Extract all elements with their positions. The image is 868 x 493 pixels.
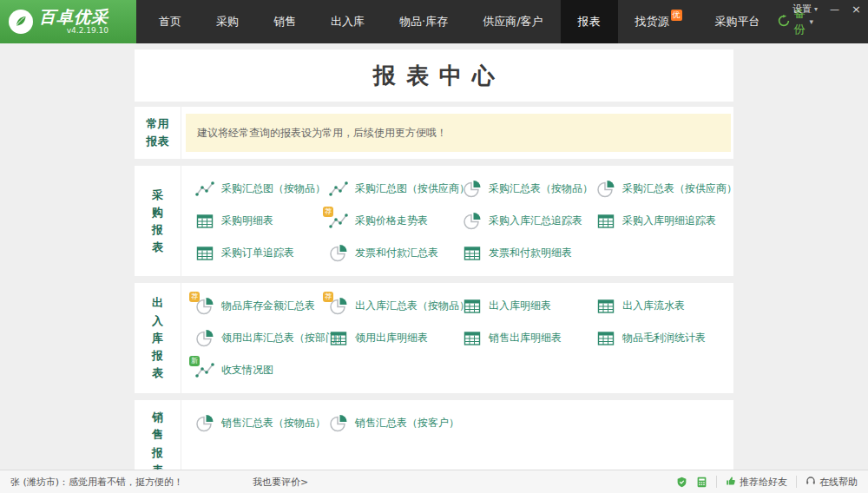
report-link-label: 采购汇总表（按供应商） [622, 181, 737, 196]
report-link[interactable]: 荐采购价格走势表 [329, 205, 463, 237]
table-icon [195, 212, 214, 231]
write-review-link[interactable]: 我也要评价> [253, 476, 308, 489]
nav-item-purchase-platform[interactable]: 采购平台 [698, 0, 778, 43]
report-link[interactable]: 采购汇总图（按物品） [195, 173, 329, 205]
app-version: v4.2.19.10 [67, 27, 108, 36]
report-link[interactable]: 出入库流水表 [596, 290, 730, 322]
report-center: 报表中心 常用 报表建议将经常查询的报表设为常用，后续使用更方便哦！采 购 报 … [135, 49, 733, 470]
report-link[interactable]: 领用出库汇总表（按部门） [195, 322, 329, 354]
online-help-link[interactable]: 在线帮助 [806, 476, 858, 489]
report-link[interactable]: 新收支情况图 [195, 354, 329, 386]
report-link[interactable]: 发票和付款明细表 [463, 237, 596, 269]
report-link-label: 销售汇总表（按物品） [221, 416, 326, 431]
nav-item-in-out[interactable]: 出入库 [313, 0, 382, 43]
nav-item-supplier-customer[interactable]: 供应商/客户 [465, 0, 560, 43]
line-chart-icon: 新 [195, 361, 214, 380]
report-link[interactable]: 采购入库汇总追踪表 [463, 205, 596, 237]
report-link[interactable]: 采购明细表 [195, 205, 329, 237]
nav-item-label: 物品·库存 [399, 14, 448, 30]
report-link-label: 收支情况图 [221, 363, 273, 378]
nav-item-label: 报表 [578, 14, 601, 30]
nav-item-label: 采购 [216, 14, 239, 30]
section-body: 采购汇总图（按物品）采购汇总图（按供应商）采购汇总表（按物品）采购汇总表（按供应… [181, 166, 733, 276]
report-link-label: 领用出库汇总表（按部门） [221, 331, 346, 345]
pie-chart-icon [195, 414, 214, 433]
report-sections: 常用 报表建议将经常查询的报表设为常用，后续使用更方便哦！采 购 报 表采购汇总… [135, 107, 733, 470]
report-link[interactable]: 发票和付款汇总表 [329, 237, 463, 269]
section-label: 常用 报表 [135, 107, 181, 159]
calculator-icon[interactable] [696, 477, 707, 488]
user-review-text: 张 (潍坊市)：感觉用着不错，挺方便的！ [10, 476, 183, 489]
table-icon [463, 244, 482, 263]
report-badge: 新 [189, 356, 200, 366]
nav-item-sales[interactable]: 销售 [256, 0, 313, 43]
report-link-label: 销售出库明细表 [489, 331, 562, 345]
chevron-down-icon: ▾ [814, 5, 818, 13]
report-link[interactable]: 销售汇总表（按客户） [329, 407, 463, 439]
nav-item-label: 采购平台 [715, 14, 760, 30]
settings-menu[interactable]: 设置 ▾ [792, 3, 818, 16]
report-link[interactable]: 采购订单追踪表 [195, 237, 329, 269]
line-chart-icon [195, 180, 214, 199]
report-grid: 销售汇总表（按物品）销售汇总表（按客户） [181, 400, 733, 470]
page-title: 报表中心 [135, 49, 733, 102]
headset-icon [806, 476, 816, 489]
nav-item-purchase[interactable]: 采购 [199, 0, 256, 43]
minimize-button[interactable]: — [830, 3, 839, 15]
report-link-label: 出入库汇总表（按物品） [355, 299, 470, 313]
report-link-label: 领用出库明细表 [355, 331, 428, 345]
report-link[interactable]: 出入库明细表 [463, 290, 596, 322]
report-link[interactable]: 采购汇总表（按物品） [463, 173, 596, 205]
nav-item-label: 出入库 [331, 14, 365, 30]
recommend-to-friends-link[interactable]: 推荐给好友 [726, 476, 787, 489]
pie-chart-icon: 荐 [329, 297, 348, 316]
report-link[interactable]: 销售汇总表（按物品） [195, 407, 329, 439]
close-button[interactable]: × [852, 3, 861, 16]
divider [796, 476, 797, 488]
nav-item-items-stock[interactable]: 物品·库存 [382, 0, 465, 43]
thumb-up-icon [726, 476, 736, 489]
report-link[interactable]: 销售出库明细表 [463, 322, 596, 354]
section-label: 采 购 报 表 [135, 166, 181, 276]
nav-item-home[interactable]: 首页 [141, 0, 199, 43]
recommend-label: 推荐给好友 [740, 476, 787, 489]
report-link[interactable]: 荐物品库存金额汇总表 [195, 290, 329, 322]
report-link[interactable]: 物品毛利润统计表 [596, 322, 730, 354]
app-name: 百卓优采 [39, 8, 108, 26]
section-body: 销售汇总表（按物品）销售汇总表（按客户） [181, 400, 733, 470]
premium-badge: 优 [671, 10, 682, 21]
page-title-card: 报表中心 [135, 49, 733, 102]
top-bar: 百卓优采 v4.2.19.10 首页采购销售出入库物品·库存供应商/客户报表找货… [0, 0, 868, 43]
line-chart-icon: 荐 [329, 212, 348, 231]
report-grid: 荐物品库存金额汇总表荐出入库汇总表（按物品）出入库明细表出入库流水表领用出库汇总… [181, 283, 733, 393]
table-icon [329, 329, 348, 348]
nav-item-find-source[interactable]: 找货源优 [618, 0, 698, 43]
report-link-label: 发票和付款明细表 [489, 246, 572, 260]
report-link-label: 发票和付款汇总表 [355, 246, 438, 260]
report-link[interactable]: 荐出入库汇总表（按物品） [329, 290, 463, 322]
nav-item-reports[interactable]: 报表 [561, 0, 618, 43]
table-icon [463, 297, 482, 316]
pie-chart-icon [329, 244, 348, 263]
report-link-label: 采购入库汇总追踪表 [489, 214, 582, 228]
security-icon[interactable] [676, 477, 687, 488]
report-link[interactable]: 领用出库明细表 [329, 322, 463, 354]
section-purchase: 采 购 报 表采购汇总图（按物品）采购汇总图（按供应商）采购汇总表（按物品）采购… [135, 166, 733, 276]
leaf-logo-icon [9, 10, 33, 34]
status-bar: 张 (潍坊市)：感觉用着不错，挺方便的！ 我也要评价> [0, 470, 868, 493]
table-icon [463, 329, 482, 348]
backup-icon [778, 15, 790, 30]
line-chart-icon [329, 180, 348, 199]
pie-chart-icon [596, 180, 615, 199]
table-icon [596, 212, 615, 231]
report-link[interactable]: 采购汇总图（按供应商） [329, 173, 463, 205]
report-link-label: 采购入库明细追踪表 [622, 214, 716, 228]
report-link[interactable]: 采购入库明细追踪表 [596, 205, 730, 237]
pie-chart-icon: 荐 [195, 297, 214, 316]
section-common: 常用 报表建议将经常查询的报表设为常用，后续使用更方便哦！ [135, 107, 733, 159]
nav-item-label: 首页 [159, 14, 181, 30]
report-link[interactable]: 采购汇总表（按供应商） [596, 173, 730, 205]
report-link-label: 物品库存金额汇总表 [221, 299, 315, 313]
report-grid: 采购汇总图（按物品）采购汇总图（按供应商）采购汇总表（按物品）采购汇总表（按供应… [181, 166, 733, 276]
table-icon [596, 297, 615, 316]
